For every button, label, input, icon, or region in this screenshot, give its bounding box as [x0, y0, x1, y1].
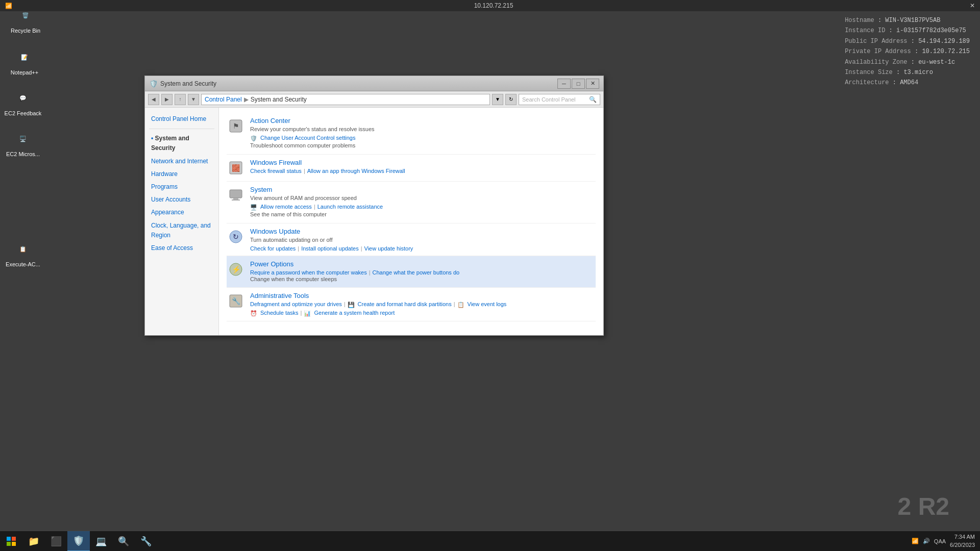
install-updates-link[interactable]: Install optional updates: [301, 245, 359, 252]
section-system[interactable]: System View amount of RAM and processor …: [227, 182, 596, 223]
desktop-icon-ec2feedback[interactable]: 💬 EC2 Feedback: [3, 88, 43, 116]
maximize-button[interactable]: □: [572, 79, 585, 89]
desktop-icon-ec2micros[interactable]: 🖥️ EC2 Micros...: [3, 129, 43, 157]
address-path[interactable]: Control Panel ▶ System and Security: [201, 94, 490, 105]
admin-content: Administrative Tools Defragment and opti…: [250, 292, 596, 317]
ec2-micros-icon: 🖥️: [13, 129, 33, 149]
uac-shield-icon: 🛡️: [250, 135, 257, 142]
taskbar-time: 7:34 AM 6/20/2023: [950, 533, 975, 549]
taskbar-terminal[interactable]: ⬛: [45, 531, 67, 552]
sidebar-item-user-accounts[interactable]: User Accounts: [145, 193, 218, 206]
path-current: System and Security: [251, 96, 307, 103]
sidebar-item-network[interactable]: Network and Internet: [145, 155, 218, 168]
section-action-center[interactable]: ⚑ Action Center Review your computer's s…: [227, 113, 596, 155]
ec2-feedback-label: EC2 Feedback: [5, 110, 42, 116]
desktop-icon-execute[interactable]: 📋 Execute-AC...: [3, 239, 43, 267]
path-home[interactable]: Control Panel: [205, 96, 242, 103]
section-power-options[interactable]: ⚡ Power Options Require a password when …: [227, 256, 596, 288]
update-links: Check for updates | Install optional upd…: [250, 245, 596, 252]
section-admin-tools[interactable]: 🔧 Administrative Tools Defragment and op…: [227, 288, 596, 321]
allow-app-link[interactable]: Allow an app through Windows Firewall: [307, 168, 405, 174]
window-titlebar: 🛡️ System and Security ─ □ ✕: [145, 76, 603, 91]
power-links: Require a password when the computer wak…: [250, 269, 596, 276]
update-history-link[interactable]: View update history: [364, 245, 413, 252]
remote-icon: 🖥️: [250, 204, 257, 211]
instance-id-value: i-03157f782d3e05e75: [896, 27, 966, 34]
event-logs-link[interactable]: View event logs: [468, 301, 507, 308]
taskbar-misc[interactable]: 🔧: [135, 531, 157, 552]
system-info-panel: Hostname : WIN-V3N1B7PV5AB Instance ID :…: [845, 15, 970, 88]
update-title[interactable]: Windows Update: [250, 228, 596, 235]
top-nav-close[interactable]: ✕: [970, 2, 975, 9]
svg-rect-15: [7, 542, 11, 546]
minimize-button[interactable]: ─: [557, 79, 571, 89]
taskbar-date: 6/20/2023: [950, 541, 975, 549]
start-button[interactable]: [0, 531, 22, 552]
address-dropdown[interactable]: ▼: [492, 94, 503, 105]
watermark: 2 R2: [898, 492, 949, 520]
system-desc: View amount of RAM and processor speed: [250, 194, 596, 202]
sidebar-item-hardware[interactable]: Hardware: [145, 168, 218, 181]
sidebar-item-control-panel-home[interactable]: Control Panel Home: [145, 113, 218, 126]
desktop-icon-notepadpp[interactable]: 📝 Notepad++: [4, 47, 45, 76]
taskbar-right: 📶 🔊 QAA 7:34 AM 6/20/2023: [906, 533, 980, 549]
disk-partitions-link[interactable]: Create and format hard disk partitions: [358, 301, 452, 308]
power-title[interactable]: Power Options: [250, 260, 596, 268]
sidebar-item-system-security: System and Security: [145, 132, 218, 155]
admin-title[interactable]: Administrative Tools: [250, 292, 596, 299]
action-center-title[interactable]: Action Center: [250, 117, 596, 124]
az-label: Availability Zone: [845, 59, 907, 66]
change-uac-link[interactable]: Change User Account Control settings: [260, 135, 356, 142]
refresh-button[interactable]: ↻: [505, 94, 517, 105]
ec2-micros-label: EC2 Micros...: [6, 151, 40, 157]
content-area: ⚑ Action Center Review your computer's s…: [219, 108, 603, 335]
close-button[interactable]: ✕: [586, 79, 599, 89]
taskbar-search[interactable]: 🔍: [112, 531, 135, 552]
power-icon: ⚡: [227, 260, 245, 279]
recent-button[interactable]: ▼: [188, 94, 199, 105]
firewall-content: Windows Firewall Check firewall status |…: [250, 159, 596, 174]
power-buttons-link[interactable]: Change what the power buttons do: [373, 269, 460, 276]
sidebar-item-programs[interactable]: Programs: [145, 181, 218, 193]
action-center-content: Action Center Review your computer's sta…: [250, 117, 596, 150]
allow-remote-link[interactable]: Allow remote access: [260, 204, 312, 211]
sidebar-item-clock-language[interactable]: Clock, Language, and Region: [145, 219, 218, 242]
taskbar-control-panel[interactable]: 🛡️: [67, 531, 90, 552]
up-button[interactable]: ↑: [175, 94, 186, 105]
disk-icon: 💾: [348, 301, 355, 308]
taskbar-network-icon: 📶: [912, 538, 919, 544]
taskbar-cmd[interactable]: 💻: [90, 531, 112, 552]
sidebar-item-ease-of-access[interactable]: Ease of Access: [145, 242, 218, 255]
defrag-link[interactable]: Defragment and optimize your drives: [250, 301, 342, 308]
power-desc2: Change when the computer sleeps: [250, 276, 596, 283]
system-sep: |: [314, 204, 315, 211]
sidebar-item-appearance[interactable]: Appearance: [145, 206, 218, 219]
launch-remote-link[interactable]: Launch remote assistance: [317, 204, 383, 211]
search-box[interactable]: Search Control Panel 🔍: [519, 94, 600, 105]
sidebar: Control Panel Home System and Security N…: [145, 108, 219, 335]
check-updates-link[interactable]: Check for updates: [250, 245, 296, 252]
check-firewall-link[interactable]: Check firewall status: [250, 168, 302, 174]
admin-links-row1: Defragment and optimize your drives | 💾 …: [250, 301, 596, 308]
require-password-link[interactable]: Require a password when the computer wak…: [250, 269, 367, 276]
svg-text:⚑: ⚑: [233, 122, 239, 130]
system-title[interactable]: System: [250, 186, 596, 193]
back-button[interactable]: ◀: [148, 94, 159, 105]
search-icon[interactable]: 🔍: [589, 96, 597, 103]
update-content: Windows Update Turn automatic updating o…: [250, 228, 596, 252]
section-windows-update[interactable]: ↻ Windows Update Turn automatic updating…: [227, 223, 596, 256]
admin-links-row2: ⏰ Schedule tasks | 📊 Generate a system h…: [250, 310, 596, 317]
health-report-link[interactable]: Generate a system health report: [314, 310, 395, 317]
sidebar-divider: [149, 129, 214, 129]
schedule-tasks-link[interactable]: Schedule tasks: [260, 310, 299, 317]
window-title: System and Security: [160, 80, 557, 87]
system-icon: [227, 186, 245, 204]
path-separator: ▶: [244, 96, 249, 103]
forward-button[interactable]: ▶: [161, 94, 173, 105]
size-label: Instance Size: [845, 69, 893, 76]
firewall-title[interactable]: Windows Firewall: [250, 159, 596, 166]
update-icon: ↻: [227, 228, 245, 246]
taskbar-file-explorer[interactable]: 📁: [22, 531, 45, 552]
update-desc: Turn automatic updating on or off: [250, 236, 596, 244]
section-windows-firewall[interactable]: 🧱 Windows Firewall Check firewall status…: [227, 155, 596, 182]
